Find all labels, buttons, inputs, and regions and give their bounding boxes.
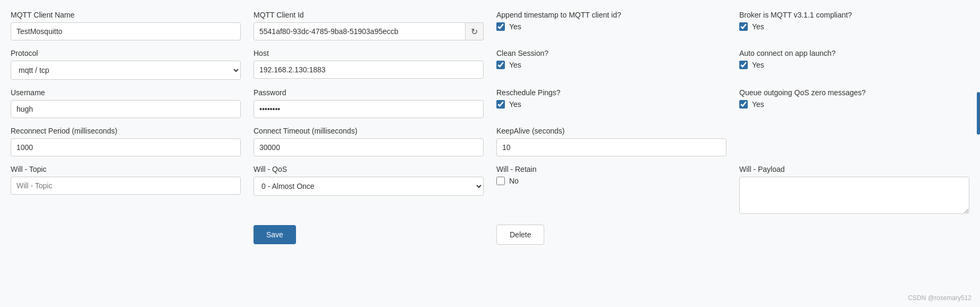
append-timestamp-option-label: Yes	[509, 22, 521, 31]
queue-outgoing-group: Queue outgoing QoS zero messages? Yes	[739, 88, 969, 118]
will-retain-checkbox[interactable]	[496, 177, 505, 185]
password-label: Password	[254, 88, 484, 97]
refresh-client-id-button[interactable]: ↻	[466, 22, 484, 40]
connect-timeout-group: Connect Timeout (milliseconds)	[254, 127, 484, 156]
mqtt-client-name-input[interactable]	[11, 22, 241, 40]
clean-session-group: Clean Session? Yes	[496, 49, 726, 80]
queue-outgoing-checkbox[interactable]	[739, 100, 748, 109]
username-label: Username	[11, 88, 241, 97]
mqtt-client-id-input[interactable]	[254, 22, 466, 40]
empty-cell-row6-col4	[739, 222, 969, 245]
will-topic-group: Will - Topic	[11, 165, 241, 214]
broker-compliant-option-label: Yes	[752, 22, 764, 31]
watermark: CSDN @rosemary512	[908, 294, 971, 302]
reschedule-pings-checkbox[interactable]	[496, 100, 505, 109]
broker-compliant-group: Broker is MQTT v3.1.1 compliant? Yes	[739, 11, 969, 40]
password-input[interactable]	[254, 100, 484, 118]
auto-connect-label: Auto connect on app launch?	[739, 49, 969, 57]
delete-button-wrapper: Delete	[496, 225, 726, 245]
will-retain-group: Will - Retain No	[496, 165, 726, 214]
mqtt-client-id-label: MQTT Client Id	[254, 11, 484, 19]
host-label: Host	[254, 49, 484, 57]
append-timestamp-group: Append timestamp to MQTT client id? Yes	[496, 11, 726, 40]
reconnect-period-input[interactable]	[11, 138, 241, 156]
connect-timeout-input[interactable]	[254, 138, 484, 156]
mqtt-client-id-wrapper: ↻	[254, 22, 484, 40]
scroll-indicator	[977, 92, 980, 135]
broker-compliant-checkbox[interactable]	[739, 22, 748, 31]
will-retain-label: Will - Retain	[496, 165, 726, 173]
auto-connect-checkbox[interactable]	[739, 61, 748, 69]
clean-session-option-label: Yes	[509, 61, 521, 69]
clean-session-label: Clean Session?	[496, 49, 726, 57]
reconnect-period-label: Reconnect Period (milliseconds)	[11, 127, 241, 135]
will-retain-row: No	[496, 177, 726, 185]
will-qos-group: Will - QoS 0 - Almost Once 1 - At Least …	[254, 165, 484, 214]
keepalive-input[interactable]	[496, 138, 726, 156]
will-payload-label: Will - Payload	[739, 165, 969, 173]
username-input[interactable]	[11, 100, 241, 118]
auto-connect-option-label: Yes	[752, 61, 764, 69]
password-group: Password	[254, 88, 484, 118]
delete-button[interactable]: Delete	[496, 225, 544, 245]
broker-compliant-row: Yes	[739, 22, 969, 31]
keepalive-label: KeepAlive (seconds)	[496, 127, 726, 135]
append-timestamp-row: Yes	[496, 22, 726, 31]
auto-connect-group: Auto connect on app launch? Yes	[739, 49, 969, 80]
reschedule-pings-option-label: Yes	[509, 100, 521, 109]
empty-cell-row4	[739, 127, 969, 156]
will-qos-label: Will - QoS	[254, 165, 484, 173]
mqtt-client-name-group: MQTT Client Name	[11, 11, 241, 40]
keepalive-group: KeepAlive (seconds)	[496, 127, 726, 156]
protocol-group: Protocol mqtt / tcp mqtt / ssl ws / tcp …	[11, 49, 241, 80]
action-buttons: Save	[254, 225, 484, 245]
reconnect-period-group: Reconnect Period (milliseconds)	[11, 127, 241, 156]
append-timestamp-checkbox[interactable]	[496, 22, 505, 31]
append-timestamp-label: Append timestamp to MQTT client id?	[496, 11, 726, 19]
will-topic-input[interactable]	[11, 177, 241, 195]
queue-outgoing-label: Queue outgoing QoS zero messages?	[739, 88, 969, 97]
protocol-select[interactable]: mqtt / tcp mqtt / ssl ws / tcp ws / ssl	[11, 61, 241, 80]
will-topic-label: Will - Topic	[11, 165, 241, 173]
queue-outgoing-row: Yes	[739, 100, 969, 109]
broker-compliant-label: Broker is MQTT v3.1.1 compliant?	[739, 11, 969, 19]
reschedule-pings-row: Yes	[496, 100, 726, 109]
will-retain-option-label: No	[509, 177, 519, 185]
reschedule-pings-group: Reschedule Pings? Yes	[496, 88, 726, 118]
will-qos-select[interactable]: 0 - Almost Once 1 - At Least Once 2 - Ex…	[254, 177, 484, 196]
clean-session-row: Yes	[496, 61, 726, 69]
username-group: Username	[11, 88, 241, 118]
save-button[interactable]: Save	[254, 225, 296, 244]
empty-cell-row6-col1	[11, 222, 241, 245]
will-payload-group: Will - Payload	[739, 165, 969, 214]
mqtt-client-name-label: MQTT Client Name	[11, 11, 241, 19]
host-input[interactable]	[254, 61, 484, 79]
host-group: Host	[254, 49, 484, 80]
connect-timeout-label: Connect Timeout (milliseconds)	[254, 127, 484, 135]
queue-outgoing-option-label: Yes	[752, 100, 764, 109]
auto-connect-row: Yes	[739, 61, 969, 69]
protocol-label: Protocol	[11, 49, 241, 57]
clean-session-checkbox[interactable]	[496, 61, 505, 69]
reschedule-pings-label: Reschedule Pings?	[496, 88, 726, 97]
mqtt-client-id-group: MQTT Client Id ↻	[254, 11, 484, 40]
will-payload-input[interactable]	[739, 177, 969, 214]
